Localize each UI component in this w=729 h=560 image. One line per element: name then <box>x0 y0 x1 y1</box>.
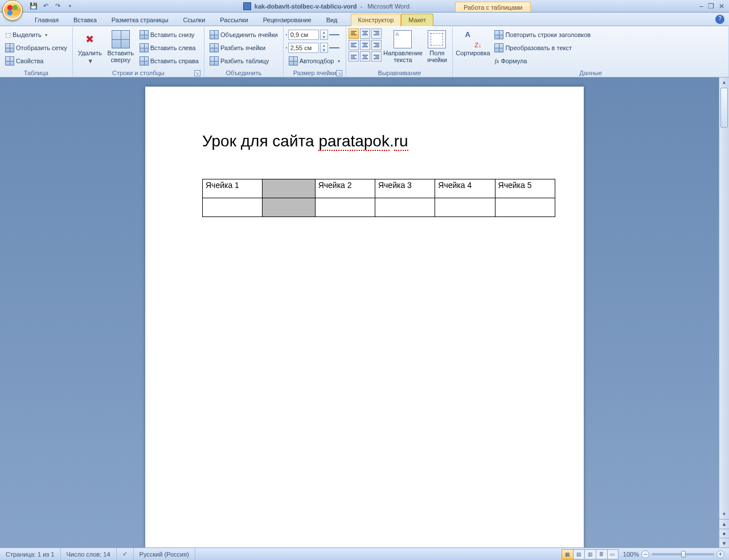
table-cell[interactable] <box>435 198 495 217</box>
insert-below-button[interactable]: Вставить снизу <box>137 28 202 41</box>
tab-home[interactable]: Главная <box>27 14 66 26</box>
row-height-input[interactable] <box>288 30 319 40</box>
zoom-knob[interactable] <box>681 551 686 558</box>
zoom-value[interactable]: 100% <box>623 551 639 558</box>
split-table-button[interactable]: Разбить таблицу <box>207 55 281 67</box>
document-heading[interactable]: Урок для сайта paratapok.ru <box>202 132 527 150</box>
text-direction-button[interactable]: Направление текста <box>383 28 423 66</box>
zoom-in-button[interactable]: + <box>716 550 724 558</box>
tab-pagelayout[interactable]: Разметка страницы <box>104 14 176 26</box>
split-cells-button[interactable]: Разбить ячейки <box>207 42 281 54</box>
align-mid-right[interactable] <box>371 40 382 50</box>
align-bot-left[interactable] <box>349 51 359 62</box>
split-table-icon <box>210 56 219 66</box>
prev-page-icon[interactable]: ▴ <box>719 519 729 529</box>
scroll-thumb[interactable] <box>720 88 728 128</box>
align-top-right[interactable] <box>371 28 382 39</box>
delete-button[interactable]: Удалить▼ <box>75 28 105 66</box>
group-data-caption: Данные <box>455 69 726 77</box>
tab-references[interactable]: Ссылки <box>176 14 213 26</box>
scroll-down-icon[interactable]: ▼ <box>719 509 729 519</box>
table-cell-selected[interactable] <box>263 198 315 217</box>
convert-icon <box>494 43 503 52</box>
qat-save-icon[interactable]: 💾 <box>28 1 39 11</box>
tab-mailings[interactable]: Рассылки <box>212 14 255 26</box>
autofit-button[interactable]: Автоподбор▼ <box>286 55 344 67</box>
table-cell[interactable]: Ячейка 1 <box>203 179 263 198</box>
zoom-slider[interactable] <box>652 553 714 555</box>
distribute-rows-icon[interactable] <box>329 34 339 35</box>
show-gridlines-button[interactable]: Отобразить сетку <box>2 42 70 54</box>
view-outline[interactable]: ≣ <box>596 549 607 559</box>
col-width-spinner[interactable]: ▲▼ <box>320 43 328 53</box>
tab-layout[interactable]: Макет <box>401 14 433 26</box>
table-row[interactable]: Ячейка 1 Ячейка 2 Ячейка 3 Ячейка 4 Ячей… <box>203 179 555 198</box>
qat-customize-icon[interactable]: ▼ <box>64 1 75 11</box>
status-words[interactable]: Число слов: 14 <box>61 548 117 560</box>
table-cell[interactable]: Ячейка 4 <box>435 179 495 198</box>
tab-design[interactable]: Конструктор <box>351 14 402 26</box>
group-data: Сортировка Повторить строки заголовков П… <box>453 27 729 77</box>
insert-left-button[interactable]: Вставить слева <box>137 42 202 54</box>
table-cell[interactable] <box>203 198 263 217</box>
properties-button[interactable]: Свойства <box>2 55 70 67</box>
status-language[interactable]: Русский (Россия) <box>134 548 195 560</box>
col-width-input[interactable] <box>288 43 319 53</box>
contextual-tab-title: Работа с таблицами <box>455 2 531 12</box>
convert-to-text-button[interactable]: Преобразовать в текст <box>492 42 593 54</box>
zoom-out-button[interactable]: − <box>641 550 649 558</box>
restore-button[interactable]: ❐ <box>708 2 714 10</box>
align-bot-center[interactable] <box>360 51 370 62</box>
merge-cells-button[interactable]: Объединить ячейки <box>207 28 281 41</box>
insert-below-icon <box>140 30 149 39</box>
scroll-up-icon[interactable]: ▲ <box>719 77 729 87</box>
next-page-icon[interactable]: ▾ <box>719 538 729 547</box>
table-cell[interactable]: Ячейка 5 <box>495 179 555 198</box>
align-mid-center[interactable] <box>360 40 370 50</box>
status-proofing[interactable]: ✓ <box>117 548 134 560</box>
view-web-layout[interactable]: ▥ <box>584 549 596 559</box>
workspace: Урок для сайта paratapok.ru Ячейка 1 Яче… <box>0 77 729 547</box>
insert-above-button[interactable]: Вставить сверху <box>106 28 136 66</box>
document-table[interactable]: Ячейка 1 Ячейка 2 Ячейка 3 Ячейка 4 Ячей… <box>202 179 555 217</box>
table-cell[interactable]: Ячейка 3 <box>375 179 435 198</box>
align-top-left[interactable] <box>349 28 359 39</box>
page-scroll[interactable]: Урок для сайта paratapok.ru Ячейка 1 Яче… <box>0 77 729 547</box>
insert-right-button[interactable]: Вставить справа <box>137 55 202 67</box>
formula-button[interactable]: fxФормула <box>492 55 593 67</box>
table-cell-selected[interactable] <box>263 179 315 198</box>
table-cell[interactable]: Ячейка 2 <box>315 179 375 198</box>
view-draft[interactable]: ▭ <box>607 549 619 559</box>
align-mid-left[interactable] <box>349 40 359 50</box>
table-cell[interactable] <box>495 198 555 217</box>
view-full-reading[interactable]: ▤ <box>573 549 584 559</box>
vertical-scrollbar[interactable]: ▲ ▼ ▴ ● ▾ <box>719 77 729 547</box>
distribute-cols-icon[interactable] <box>329 47 339 48</box>
browse-object-icon[interactable]: ● <box>719 529 729 538</box>
status-page[interactable]: Страница: 1 из 1 <box>0 548 61 560</box>
qat-undo-icon[interactable]: ↶ <box>40 1 51 11</box>
cell-margins-button[interactable]: Поля ячейки <box>424 28 450 66</box>
help-button[interactable]: ? <box>715 15 724 24</box>
row-height-spinner[interactable]: ▲▼ <box>320 30 328 40</box>
table-cell[interactable] <box>375 198 435 217</box>
sort-button[interactable]: Сортировка <box>455 28 490 66</box>
tab-insert[interactable]: Вставка <box>66 14 104 26</box>
minimize-button[interactable]: – <box>699 2 703 10</box>
align-top-center[interactable] <box>360 28 370 39</box>
select-button[interactable]: ⬚Выделить▼ <box>2 28 70 41</box>
qat-redo-icon[interactable]: ↷ <box>52 1 63 11</box>
rows-cols-dialog-launcher[interactable]: ↘ <box>194 70 200 76</box>
view-print-layout[interactable]: ▦ <box>562 549 573 559</box>
align-bot-right[interactable] <box>371 51 382 62</box>
window-title: kak-dobavit-stolbec-v-tablicu-vord - Mic… <box>243 2 409 10</box>
office-button[interactable] <box>2 0 23 21</box>
close-button[interactable]: ✕ <box>719 2 724 10</box>
proofing-icon: ✓ <box>122 550 128 558</box>
cell-size-dialog-launcher[interactable]: ↘ <box>336 70 342 76</box>
table-row[interactable] <box>203 198 555 217</box>
tab-view[interactable]: Вид <box>319 14 345 26</box>
table-cell[interactable] <box>315 198 375 217</box>
tab-review[interactable]: Рецензирование <box>256 14 319 26</box>
repeat-header-rows-button[interactable]: Повторить строки заголовков <box>492 28 593 41</box>
